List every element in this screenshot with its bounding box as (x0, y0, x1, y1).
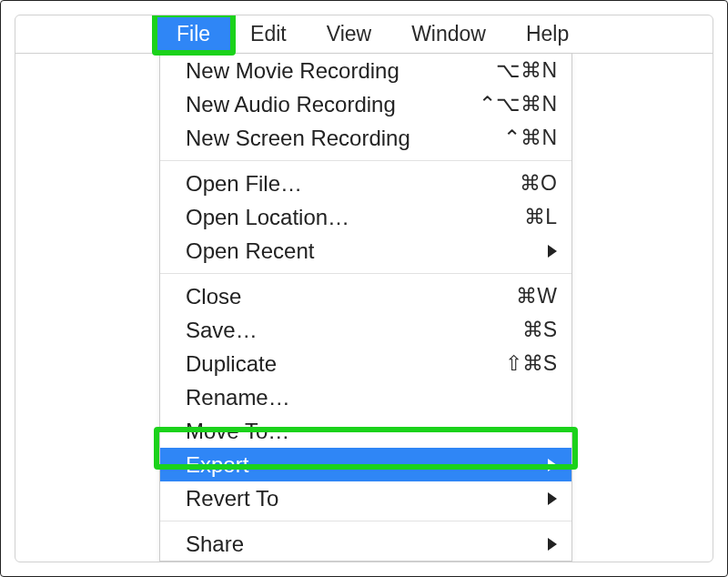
menu-item-save[interactable]: Save… ⌘S (160, 313, 571, 347)
menu-item-shortcut: ⌥⌘N (496, 58, 557, 83)
menu-item-shortcut: ⌘W (516, 284, 557, 309)
menu-view[interactable]: View (307, 15, 391, 53)
menu-item-label: Save… (186, 318, 522, 343)
menu-item-new-screen[interactable]: New Screen Recording ⌃⌘N (160, 121, 571, 155)
menu-separator (160, 273, 571, 274)
menubar-leading-spacer (15, 15, 157, 53)
menu-edit[interactable]: Edit (230, 15, 307, 53)
menu-item-label: Open Location… (186, 205, 524, 230)
menu-window[interactable]: Window (391, 15, 506, 53)
menu-item-open-file[interactable]: Open File… ⌘O (160, 167, 571, 200)
menu-item-rename[interactable]: Rename… (160, 380, 571, 414)
menu-item-duplicate[interactable]: Duplicate ⇧⌘S (160, 347, 571, 380)
menu-item-label: Open File… (186, 171, 520, 197)
menu-item-export[interactable]: Export (160, 448, 571, 481)
menu-bar: File Edit View Window Help (15, 15, 713, 54)
menu-item-new-audio[interactable]: New Audio Recording ⌃⌥⌘N (160, 87, 571, 121)
menu-separator (160, 521, 571, 521)
menu-item-close[interactable]: Close ⌘W (160, 279, 571, 313)
menu-item-label: Move To… (186, 419, 557, 444)
chevron-right-icon (548, 538, 557, 551)
menu-item-shortcut: ⌘L (524, 205, 557, 229)
menu-item-move-to[interactable]: Move To… (160, 414, 571, 448)
menu-item-label: New Audio Recording (186, 92, 479, 117)
menu-item-label: New Movie Recording (186, 58, 496, 84)
menu-item-revert-to[interactable]: Revert To (160, 481, 571, 515)
menu-item-shortcut: ⌘S (522, 318, 557, 342)
menu-help[interactable]: Help (506, 15, 589, 53)
menu-file[interactable]: File (157, 15, 230, 53)
menu-item-shortcut: ⌘O (520, 171, 557, 196)
menu-item-open-location[interactable]: Open Location… ⌘L (160, 200, 571, 234)
file-menu-dropdown: New Movie Recording ⌥⌘N New Audio Record… (159, 54, 572, 562)
chevron-right-icon (548, 492, 557, 505)
menu-item-label: Open Recent (186, 238, 541, 264)
menu-item-shortcut: ⇧⌘S (505, 351, 557, 376)
menu-item-label: Share (186, 531, 541, 557)
menu-item-label: Export (186, 452, 541, 478)
menu-item-label: Revert To (186, 486, 541, 511)
menu-item-label: New Screen Recording (186, 126, 503, 151)
menu-item-shortcut: ⌃⌥⌘N (479, 92, 557, 116)
menu-item-label: Duplicate (186, 351, 505, 377)
chevron-right-icon (548, 459, 557, 471)
screenshot-frame: File Edit View Window Help New Movie Rec… (0, 0, 728, 577)
app-window: File Edit View Window Help New Movie Rec… (15, 15, 713, 562)
menu-item-new-movie[interactable]: New Movie Recording ⌥⌘N (160, 54, 571, 87)
menu-item-open-recent[interactable]: Open Recent (160, 234, 571, 268)
menu-item-share[interactable]: Share (160, 527, 571, 561)
menu-item-label: Rename… (186, 385, 557, 410)
chevron-right-icon (548, 245, 557, 258)
menu-separator (160, 160, 571, 161)
menu-item-shortcut: ⌃⌘N (503, 126, 557, 150)
menu-item-label: Close (186, 284, 516, 309)
